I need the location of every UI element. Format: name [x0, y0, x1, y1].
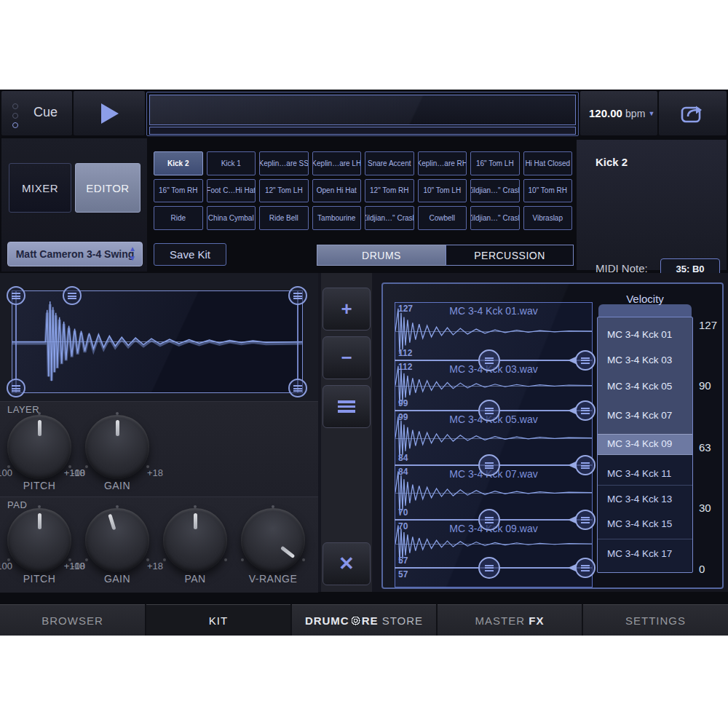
velocity-pin-handle[interactable]: [575, 350, 596, 371]
editor-button[interactable]: EDITOR: [75, 163, 141, 213]
delete-button[interactable]: ✕: [323, 542, 371, 585]
list-item[interactable]: MC 3-4 Kck 05: [598, 376, 692, 397]
list-item[interactable]: MC 3-4 Kck 07: [598, 405, 692, 427]
pad-tambourine[interactable]: Tambourine: [312, 206, 362, 230]
save-kit-button[interactable]: Save Kit: [154, 243, 226, 266]
end-bottom-handle[interactable]: [288, 379, 307, 397]
pad-kick-2[interactable]: Kick 2: [154, 151, 203, 175]
layer-section-label: LAYER: [7, 404, 39, 415]
end-top-handle[interactable]: [288, 286, 307, 305]
fade-top-handle[interactable]: [63, 286, 82, 305]
bottom-navigation: BROWSER KIT DRUMCRE STORE MASTER FX SETT…: [0, 604, 728, 636]
cue-label: Cue: [33, 105, 58, 120]
tempo-control[interactable]: 120.00 bpm ▼: [580, 91, 657, 135]
nav-browser[interactable]: BROWSER: [0, 604, 145, 636]
pad-ride[interactable]: Ride: [154, 206, 203, 230]
nav-kit[interactable]: KIT: [146, 604, 290, 636]
velocity-pin-handle[interactable]: [575, 558, 596, 578]
pad-foot-hihat[interactable]: Foot C…Hi Hat: [207, 179, 256, 203]
drag-handle-icon[interactable]: [478, 400, 500, 422]
pad-16-tom-rh[interactable]: 16" Tom RH: [154, 179, 203, 203]
pad-vrange-knob[interactable]: V-RANGE: [233, 508, 313, 596]
layer-list-button[interactable]: [323, 385, 371, 428]
nav-drumcore-store[interactable]: DRUMCRE STORE: [292, 604, 436, 636]
pad-snare-rh[interactable]: Keplin…are RH: [418, 151, 467, 175]
share-icon: [681, 103, 705, 124]
kit-preset-name: Matt Cameron 3-4 Swing: [16, 248, 135, 260]
start-top-handle[interactable]: [7, 286, 25, 305]
tab-drums[interactable]: DRUMS: [317, 245, 446, 266]
pad-zildjian-crash-3[interactable]: Zildjian…" Crash: [470, 206, 520, 230]
minus-icon: −: [341, 347, 352, 369]
list-item[interactable]: MC 3-4 Kck 15: [598, 513, 692, 535]
velocity-pin-handle[interactable]: [575, 400, 596, 421]
close-icon: ✕: [339, 553, 355, 575]
mixer-button[interactable]: MIXER: [9, 163, 71, 213]
play-button[interactable]: [74, 91, 145, 135]
list-item[interactable]: MC 3-4 Kck 01: [598, 324, 692, 346]
cue-indicator-dot-active: [12, 122, 18, 128]
cue-indicator-dot: [12, 113, 18, 119]
waveform-display-empty: [149, 95, 576, 125]
play-icon: [101, 103, 119, 124]
pad-hihat-closed[interactable]: Hi Hat Closed: [523, 151, 573, 175]
pad-info-panel: Kick 2 MIDI Note: 35: B0 Sub-Mix: KICK: [577, 140, 727, 270]
export-button[interactable]: [659, 91, 727, 135]
pad-pan-knob[interactable]: PAN: [155, 508, 235, 596]
velocity-pin-handle[interactable]: [575, 455, 596, 475]
list-item[interactable]: MC 3-4 Kck 13: [598, 488, 692, 510]
add-layer-button[interactable]: +: [323, 288, 371, 331]
pad-pitch-knob[interactable]: -100+100 PITCH: [0, 508, 79, 596]
drag-handle-icon[interactable]: [478, 509, 500, 531]
remove-layer-button[interactable]: −: [323, 336, 371, 379]
drag-handle-icon[interactable]: [478, 557, 500, 579]
nav-settings[interactable]: SETTINGS: [583, 604, 728, 636]
drag-handle-icon: [12, 293, 20, 299]
pad-open-hihat[interactable]: Open Hi Hat: [312, 179, 362, 203]
pad-16-tom-lh[interactable]: 16" Tom LH: [470, 151, 520, 175]
layer-pitch-knob[interactable]: -100+100 PITCH: [0, 415, 79, 502]
bpm-unit: bpm: [625, 108, 645, 119]
list-item[interactable]: MC 3-4 Kck 11: [598, 463, 692, 485]
pad-10-tom-rh[interactable]: 10" Tom RH: [523, 179, 573, 203]
drag-handle-icon[interactable]: [478, 349, 500, 371]
bpm-value: 120.00: [589, 107, 622, 119]
drag-handle-icon: [12, 385, 20, 392]
pad-gain-knob[interactable]: -18+18 GAIN: [77, 508, 157, 596]
layer-gain-knob[interactable]: -18+18 GAIN: [77, 415, 157, 502]
pad-snare-accent[interactable]: Snare Accent: [365, 151, 414, 175]
velocity-layers-panel: 127 MC 3-4 Kck 01.wav 112 112 MC 3-4 Kck…: [381, 282, 724, 589]
pad-zildjian-crash-1[interactable]: Zildjian…" Crash: [470, 179, 520, 203]
list-item-selected[interactable]: MC 3-4 Kck 09: [598, 433, 692, 455]
pad-snare-lh[interactable]: Keplin…are LH: [312, 151, 362, 175]
pad-10-tom-lh[interactable]: 10" Tom LH: [418, 179, 467, 203]
velocity-sample-list: MC 3-4 Kck 01 MC 3-4 Kck 03 MC 3-4 Kck 0…: [597, 317, 693, 573]
nav-master-fx[interactable]: MASTER FX: [438, 604, 582, 636]
pad-12-tom-lh[interactable]: 12" Tom LH: [259, 179, 309, 203]
cue-button[interactable]: Cue: [1, 91, 72, 135]
pad-ride-bell[interactable]: Ride Bell: [259, 206, 309, 230]
pad-china-cymbal[interactable]: China Cymbal: [207, 206, 256, 230]
timeline-strip: [149, 127, 576, 135]
drag-handle-icon[interactable]: [478, 454, 500, 476]
start-bottom-handle[interactable]: [7, 379, 25, 397]
pad-vibraslap[interactable]: Vibraslap: [523, 206, 573, 230]
pad-snare-ss[interactable]: Keplin…are SS: [259, 151, 309, 175]
drag-handle-icon: [293, 385, 302, 392]
tab-percussion[interactable]: PERCUSSION: [446, 245, 574, 266]
kit-preset-select[interactable]: Matt Cameron 3-4 Swing ▲▼: [7, 242, 143, 266]
view-switch-panel: MIXER EDITOR Matt Cameron 3-4 Swing ▲▼: [1, 138, 147, 272]
pad-cowbell[interactable]: Cowbell: [418, 206, 467, 230]
pad-kick-1[interactable]: Kick 1: [207, 151, 256, 175]
drag-handle-icon: [293, 293, 302, 299]
drag-handle-icon: [68, 293, 76, 299]
layer-waveform-editor: [12, 290, 303, 393]
drumcore-app-window: Cue 120.00 bpm ▼ MIXER EDITOR Matt Camer…: [0, 90, 728, 636]
list-item[interactable]: MC 3-4 Kck 03: [598, 349, 692, 371]
pad-zildjian-crash-2[interactable]: Zildjian…" Crash: [365, 206, 414, 230]
list-item[interactable]: MC 3-4 Kck 17: [598, 543, 692, 565]
velocity-scale-63: 63: [699, 441, 724, 454]
layer-waveform: [12, 291, 302, 392]
pad-12-tom-rh[interactable]: 12" Tom RH: [365, 179, 414, 203]
velocity-pin-handle[interactable]: [575, 510, 596, 530]
